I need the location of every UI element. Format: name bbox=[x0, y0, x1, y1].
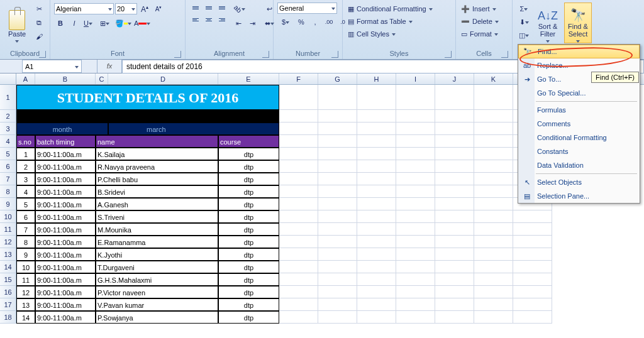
cell[interactable] bbox=[357, 173, 396, 185]
bold-button[interactable]: B bbox=[54, 17, 67, 30]
black-row[interactable] bbox=[16, 110, 279, 123]
cell[interactable] bbox=[357, 135, 396, 148]
cell-batch[interactable]: 9:00-11:00a.m bbox=[35, 223, 96, 236]
cell[interactable] bbox=[279, 210, 318, 223]
cell[interactable] bbox=[318, 273, 357, 286]
format-cells-button[interactable]: ▭Format bbox=[460, 28, 499, 40]
cell[interactable] bbox=[435, 185, 474, 198]
cell-batch[interactable]: 9:00-11:00a.m bbox=[35, 210, 96, 223]
cell-name[interactable]: A.Ganesh bbox=[96, 198, 218, 210]
row-header[interactable]: 17 bbox=[0, 298, 16, 311]
fx-icon[interactable]: fx bbox=[97, 60, 122, 73]
cell-batch[interactable]: 9:00-11:00a.m bbox=[35, 298, 96, 311]
cell[interactable] bbox=[513, 311, 552, 324]
cell-course[interactable]: dtp bbox=[218, 173, 279, 185]
cell[interactable] bbox=[435, 210, 474, 223]
align-middle[interactable] bbox=[203, 3, 215, 13]
align-bottom[interactable] bbox=[216, 3, 228, 13]
cell-name[interactable]: G.H.S.Mahalaxmi bbox=[96, 273, 218, 286]
header-course[interactable]: course bbox=[218, 135, 279, 148]
cell[interactable] bbox=[318, 311, 357, 324]
cell[interactable] bbox=[435, 85, 474, 110]
conditional-formatting-button[interactable]: ▦Conditional Formatting bbox=[347, 3, 434, 15]
cell[interactable] bbox=[396, 248, 435, 261]
header-sno[interactable]: s.no bbox=[16, 135, 35, 148]
increase-font-button[interactable]: A▴ bbox=[138, 3, 151, 15]
cell-sno[interactable]: 12 bbox=[16, 286, 35, 298]
cell[interactable] bbox=[474, 160, 513, 173]
cell[interactable] bbox=[279, 198, 318, 210]
cell-course[interactable]: dtp bbox=[218, 160, 279, 173]
cell[interactable] bbox=[396, 135, 435, 148]
cell[interactable] bbox=[435, 198, 474, 210]
cell-name[interactable]: R.Navya praveena bbox=[96, 160, 218, 173]
cell[interactable] bbox=[474, 198, 513, 210]
cell[interactable] bbox=[435, 110, 474, 123]
row-header[interactable]: 6 bbox=[0, 160, 16, 173]
cell[interactable] bbox=[513, 298, 552, 311]
cell[interactable] bbox=[396, 85, 435, 110]
cell[interactable] bbox=[357, 286, 396, 298]
cell-course[interactable]: dtp bbox=[218, 236, 279, 248]
cell-name[interactable]: V.Pavan kumar bbox=[96, 298, 218, 311]
column-header-H[interactable]: H bbox=[357, 74, 396, 84]
cell-name[interactable]: P.Victor naveen bbox=[96, 286, 218, 298]
cell[interactable] bbox=[396, 236, 435, 248]
row-header[interactable]: 18 bbox=[0, 311, 16, 324]
cell[interactable] bbox=[279, 311, 318, 324]
cell-name[interactable]: P.Chelli babu bbox=[96, 173, 218, 185]
cell[interactable] bbox=[435, 273, 474, 286]
cell[interactable] bbox=[357, 248, 396, 261]
cell[interactable] bbox=[279, 223, 318, 236]
cell-sno[interactable]: 6 bbox=[16, 210, 35, 223]
fill-color-button[interactable]: 🪣 bbox=[114, 17, 132, 30]
cell-name[interactable]: E.Ramanamma bbox=[96, 236, 218, 248]
cell[interactable] bbox=[279, 273, 318, 286]
cell-name[interactable]: K.Jyothi bbox=[96, 248, 218, 261]
italic-button[interactable]: I bbox=[68, 17, 80, 30]
select-all-corner[interactable] bbox=[0, 74, 16, 84]
cell-course[interactable]: dtp bbox=[218, 248, 279, 261]
comma-button[interactable]: , bbox=[309, 16, 321, 28]
cell-batch[interactable]: 9:00-11:00a.m bbox=[35, 261, 96, 273]
autosum-button[interactable]: Σ bbox=[516, 3, 531, 15]
menu-cond-fmt[interactable]: Conditional Formatting bbox=[518, 131, 640, 144]
cell-sno[interactable]: 5 bbox=[16, 198, 35, 210]
cell[interactable] bbox=[318, 123, 357, 135]
cell[interactable] bbox=[279, 236, 318, 248]
number-format-combo[interactable]: General bbox=[277, 3, 337, 14]
cell[interactable] bbox=[357, 261, 396, 273]
find-select-button[interactable]: 🔭 Find & Select bbox=[564, 3, 592, 43]
cell[interactable] bbox=[396, 210, 435, 223]
percent-button[interactable]: % bbox=[295, 16, 308, 28]
cell[interactable] bbox=[474, 248, 513, 261]
cell-batch[interactable]: 9:00-11:00a.m bbox=[35, 286, 96, 298]
borders-button[interactable]: ⊞ bbox=[96, 17, 113, 30]
cell-course[interactable]: dtp bbox=[218, 223, 279, 236]
cell[interactable] bbox=[474, 223, 513, 236]
cell-name[interactable]: B.Sridevi bbox=[96, 185, 218, 198]
cell[interactable] bbox=[474, 286, 513, 298]
orientation-button[interactable]: ab bbox=[232, 3, 247, 15]
cell[interactable] bbox=[435, 135, 474, 148]
cell[interactable] bbox=[474, 110, 513, 123]
copy-button[interactable]: ⧉ bbox=[33, 16, 45, 29]
cell[interactable] bbox=[513, 236, 552, 248]
cell[interactable] bbox=[318, 261, 357, 273]
menu-formulas[interactable]: Formulas bbox=[518, 103, 640, 117]
row-header[interactable]: 10 bbox=[0, 210, 16, 223]
cell[interactable] bbox=[396, 311, 435, 324]
format-painter-button[interactable]: 🖌 bbox=[33, 30, 45, 43]
cell[interactable] bbox=[474, 173, 513, 185]
cell[interactable] bbox=[357, 110, 396, 123]
header-batch[interactable]: batch timing bbox=[35, 135, 96, 148]
align-center[interactable] bbox=[203, 14, 215, 25]
cell-sno[interactable]: 7 bbox=[16, 223, 35, 236]
cell[interactable] bbox=[279, 298, 318, 311]
cell-course[interactable]: dtp bbox=[218, 298, 279, 311]
font-size-combo[interactable]: 20 bbox=[115, 3, 137, 14]
title-cell[interactable]: STUDENT DETAILS OF 2016 bbox=[16, 85, 279, 110]
row-header[interactable]: 15 bbox=[0, 273, 16, 286]
cell[interactable] bbox=[318, 148, 357, 160]
align-left[interactable] bbox=[189, 14, 202, 25]
